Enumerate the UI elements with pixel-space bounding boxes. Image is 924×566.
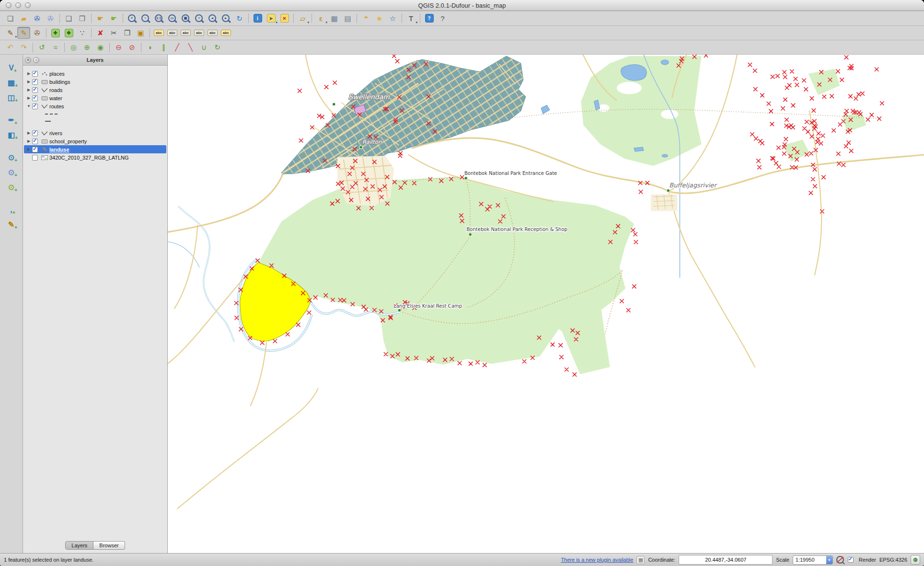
zoom-to-selection-button[interactable]: ▣: [179, 12, 192, 24]
layer-visibility-checkbox[interactable]: [32, 104, 38, 109]
zoom-in-button[interactable]: +: [126, 12, 139, 24]
layer-row-buildings[interactable]: ▶buildings: [24, 78, 166, 86]
toggle-editing-button[interactable]: ✎: [17, 27, 30, 39]
save-project-as-button[interactable]: ✇: [44, 12, 57, 24]
layer-row-school_property[interactable]: ▶school_property: [24, 137, 166, 145]
layer-row-water[interactable]: ▶water: [24, 94, 166, 102]
delete-ring-button[interactable]: ⊖: [112, 41, 125, 53]
layer-style-row[interactable]: [23, 117, 167, 125]
run-feature-action-button[interactable]: ε▾: [314, 12, 327, 24]
expand-arrow-icon[interactable]: ▶: [26, 71, 32, 76]
labeling-properties-button[interactable]: abc: [219, 27, 232, 39]
layer-visibility-checkbox[interactable]: [32, 155, 38, 161]
offset-curve-button[interactable]: ∥: [157, 41, 170, 53]
float-panel-button[interactable]: ▫: [33, 57, 39, 63]
map-viewport[interactable]: SwellendamRailtonBontebok National Park …: [168, 55, 924, 553]
help-contents-button[interactable]: ?: [423, 12, 436, 24]
zoom-last-button[interactable]: ◂: [206, 12, 219, 24]
expand-arrow-icon[interactable]: ▶: [26, 88, 32, 92]
layer-row-places[interactable]: ▶places: [24, 69, 166, 78]
new-print-composer-button[interactable]: ❑: [62, 12, 75, 24]
dropdown-arrow-icon[interactable]: ▾: [276, 21, 277, 24]
new-project-button[interactable]: ❏: [4, 12, 17, 24]
cut-features-button[interactable]: ✂: [107, 27, 120, 39]
delete-part-button[interactable]: ⊘: [126, 41, 139, 53]
add-raster-layer-button[interactable]: ▦: [4, 76, 19, 89]
layer-style-row[interactable]: [23, 110, 167, 117]
zoom-next-button[interactable]: ▸: [219, 12, 232, 24]
close-window-button[interactable]: [6, 2, 12, 8]
layer-row-routes[interactable]: ▼routes: [24, 102, 166, 110]
rotate-point-symbols-button[interactable]: ↻: [211, 41, 224, 53]
layer-visibility-checkbox[interactable]: [32, 71, 38, 77]
split-features-button[interactable]: ╱: [171, 41, 184, 53]
identify-features-button[interactable]: i: [251, 12, 264, 24]
expand-arrow-icon[interactable]: ▼: [26, 104, 32, 108]
labeling-options-button[interactable]: abc: [152, 27, 165, 39]
close-panel-button[interactable]: ✕: [25, 57, 31, 63]
open-project-button[interactable]: ▰: [17, 12, 30, 24]
split-parts-button[interactable]: ╲: [184, 41, 197, 53]
labeling-rotate-button[interactable]: abc: [206, 27, 219, 39]
render-checkbox[interactable]: [848, 557, 854, 563]
open-attribute-table-button[interactable]: ▦: [328, 12, 341, 24]
scale-combo[interactable]: 1:19950 ▾: [793, 555, 833, 565]
layer-row-landuse[interactable]: ▶✎landuse: [24, 145, 166, 153]
labeling-move-button[interactable]: abc: [193, 27, 206, 39]
field-calculator-button[interactable]: ▤: [341, 12, 354, 24]
add-postgis-layer-button[interactable]: ◫: [4, 91, 19, 104]
zoom-to-layer-button[interactable]: ≡: [193, 12, 206, 24]
fill-ring-button[interactable]: ◉: [94, 41, 107, 53]
simplify-feature-button[interactable]: ≈: [49, 41, 62, 53]
add-delimited-text-layer-button[interactable]: ,: [4, 203, 19, 216]
pan-map-button[interactable]: ☛: [94, 12, 107, 24]
chevron-down-icon[interactable]: ▾: [826, 556, 832, 564]
dropdown-arrow-icon[interactable]: ▾: [325, 21, 327, 24]
layer-row-roads[interactable]: ▶roads: [24, 86, 166, 94]
map-tips-button[interactable]: ❝: [359, 12, 372, 24]
reshape-features-button[interactable]: ◗: [144, 41, 157, 53]
save-layer-edits-button[interactable]: ✇: [31, 27, 44, 39]
scale-magnifier-icon[interactable]: [836, 556, 844, 564]
zoom-actual-size-button[interactable]: 1:1: [152, 12, 165, 24]
panel-tab-layers[interactable]: Layers: [65, 541, 93, 550]
node-tool-button[interactable]: ∵: [76, 27, 89, 39]
pan-to-selection-button[interactable]: ☛: [107, 12, 120, 24]
layer-visibility-checkbox[interactable]: [32, 130, 38, 136]
rotate-feature-button[interactable]: ↺: [35, 41, 48, 53]
panel-tab-browser[interactable]: Browser: [93, 541, 125, 550]
zoom-out-button[interactable]: −: [139, 12, 152, 24]
merge-features-button[interactable]: ∪: [197, 41, 210, 53]
expand-arrow-icon[interactable]: ▶: [26, 147, 32, 151]
measure-button[interactable]: ▱▾: [296, 12, 309, 24]
title-bar[interactable]: QGIS 2.0.1-Dufour - basic_map: [0, 0, 924, 11]
add-part-button[interactable]: ⊕: [81, 41, 93, 53]
layer-visibility-checkbox[interactable]: [32, 139, 38, 144]
layer-visibility-checkbox[interactable]: [32, 79, 38, 85]
layer-visibility-checkbox[interactable]: [32, 95, 38, 101]
whats-this-button[interactable]: ?: [436, 12, 449, 24]
move-feature-button[interactable]: ✥: [62, 27, 75, 39]
composer-manager-button[interactable]: ❒: [76, 12, 89, 24]
redo-button[interactable]: ↷: [17, 41, 30, 53]
layer-visibility-checkbox[interactable]: [32, 147, 38, 152]
new-shapefile-layer-button[interactable]: ✎: [4, 218, 19, 231]
crs-status-button[interactable]: ⊕: [911, 555, 920, 565]
layer-row-3420C_2010_327_RGB_LATLNG[interactable]: 3420C_2010_327_RGB_LATLNG: [24, 153, 166, 162]
layer-visibility-checkbox[interactable]: [32, 87, 38, 93]
plugin-icon[interactable]: ▦: [636, 556, 645, 564]
expand-arrow-icon[interactable]: ▶: [26, 139, 32, 143]
add-spatialite-layer-button[interactable]: ✒: [4, 114, 19, 127]
expand-arrow-icon[interactable]: ▶: [26, 96, 32, 100]
expand-arrow-icon[interactable]: ▶: [26, 131, 32, 135]
refresh-map-button[interactable]: ↻: [233, 12, 246, 24]
zoom-full-extent-button[interactable]: ▭: [166, 12, 179, 24]
dropdown-arrow-icon[interactable]: ▾: [416, 21, 417, 24]
coordinate-input[interactable]: [679, 555, 773, 565]
paste-features-button[interactable]: ▣: [134, 27, 147, 39]
delete-selected-button[interactable]: ✘: [94, 27, 107, 39]
add-ring-button[interactable]: ◎: [67, 41, 80, 53]
copy-features-button[interactable]: ❐: [121, 27, 134, 39]
deselect-features-button[interactable]: ✕: [278, 12, 291, 24]
show-bookmarks-button[interactable]: ☆: [386, 12, 399, 24]
